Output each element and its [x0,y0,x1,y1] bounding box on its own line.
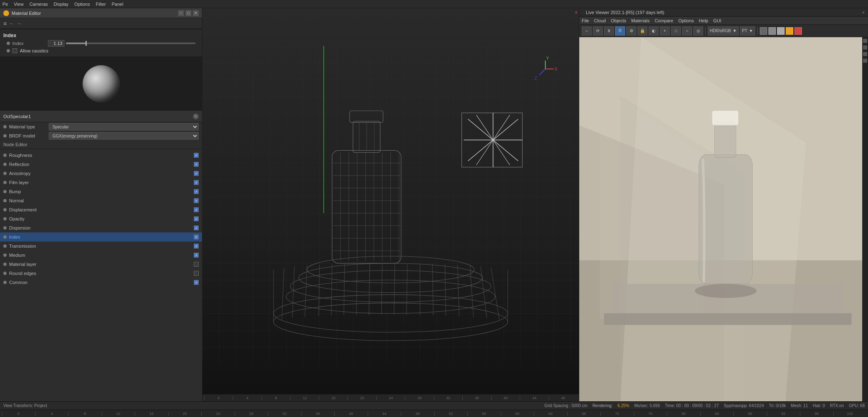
toolbar-circle-btn[interactable]: ○ [682,26,692,36]
menu-options-lv[interactable]: Options [678,18,694,23]
anisotropy-checkbox[interactable] [194,171,199,176]
opacity-label: Opacity [9,216,191,221]
transmission-checkbox[interactable] [194,244,199,249]
toolbar-rotate-btn[interactable]: ⟳ [593,26,603,36]
caustics-checkbox[interactable] [12,48,17,53]
film-layer-checkbox[interactable] [194,180,199,185]
reflection-checkbox[interactable] [194,162,199,167]
ruler-tick-16: 16 [319,396,347,400]
prop-material-layer: Material layer [0,260,202,269]
right-strip [862,37,868,401]
menu-cloud[interactable]: Cloud [594,18,606,23]
menu-display[interactable]: Display [54,2,69,7]
medium-dot [3,254,7,257]
toolbar-settings-btn[interactable]: ⚙ [626,26,636,36]
menu-compare[interactable]: Compare [654,18,673,23]
viewport-ruler: 0 4 8 12 16 20 24 28 32 36 40 44 48 [202,394,579,401]
color-swatch-orange[interactable] [786,27,793,35]
toolbar-sphere-btn[interactable]: ◐ [649,26,659,36]
minimize-button[interactable]: − [178,10,184,16]
toolbar-square-btn[interactable]: □ [671,26,681,36]
strip-icon-2[interactable] [863,45,867,50]
toolbar-move-btn[interactable]: ↔ [582,26,592,36]
round-edges-label: Round edges [9,271,191,276]
close-button[interactable]: × [193,10,199,16]
toolbar-lock-btn[interactable]: 🔒 [637,26,647,36]
index-slider-thumb [86,41,87,46]
material-layer-label: Material layer [9,262,191,267]
toolbar-plus-btn[interactable]: + [660,26,670,36]
color-swatch-1[interactable] [760,27,767,35]
strip-icon-1[interactable] [863,39,867,43]
color-swatch-3[interactable] [777,27,785,35]
live-viewer-close-button[interactable]: × [862,10,865,15]
color-swatch-red[interactable] [794,27,802,35]
displacement-dot [3,208,7,211]
prop-dispersion: Dispersion [0,223,202,232]
opacity-checkbox[interactable] [194,216,199,221]
transmission-label: Transmission [9,244,191,249]
edit-icon[interactable]: ✎ [193,114,199,119]
hamburger-icon[interactable]: ≡ [3,20,7,27]
svg-rect-68 [712,111,739,126]
dispersion-checkbox[interactable] [194,225,199,230]
hdr-mode-dropdown[interactable]: HDR/sRGB ▼ [708,26,739,36]
menu-panel[interactable]: Panel [112,2,123,7]
material-name-text[interactable]: OctSpecular1 [3,114,193,119]
viewport-area[interactable]: X Y Z × 0 4 8 12 16 20 24 28 32 36 40 [202,8,579,401]
material-type-select[interactable]: Specular [49,123,199,130]
strip-icon-4[interactable] [863,59,867,63]
normal-dot [3,199,7,202]
nav-forward-button[interactable]: → [17,21,21,26]
menu-filter[interactable]: Filter [96,2,106,7]
menu-pe[interactable]: Pe [2,2,8,7]
toolbar-separator-1 [705,27,706,35]
view-transform-label: View Transform: Project [3,403,47,408]
svg-rect-67 [715,122,736,157]
live-viewer-render[interactable]: Main DeMain Noise [579,37,868,401]
brdf-model-row: BRDF model GGX(energy preserving) [0,131,202,140]
node-editor-label[interactable]: Node Editor [3,141,27,148]
menu-view[interactable]: View [14,2,24,7]
svg-rect-66 [699,155,753,284]
common-checkbox[interactable] [194,280,199,285]
menu-gui[interactable]: GUI [713,18,721,23]
menu-options[interactable]: Options [74,2,90,7]
bottom-ruler-numbers: 0 4 8 12 16 20 24 28 32 36 40 44 48 52 5… [2,412,866,416]
ruler-tick-20: 20 [347,396,376,400]
prop-transmission: Transmission [0,242,202,251]
bump-checkbox[interactable] [194,189,199,194]
normal-checkbox[interactable] [194,198,199,203]
brule-84: 84 [700,412,734,416]
prop-opacity: Opacity [0,214,202,223]
medium-checkbox[interactable] [194,253,199,258]
brdf-model-select[interactable]: GGX(energy preserving) [49,132,199,140]
material-layer-checkbox[interactable] [194,262,199,267]
render-mode-dropdown[interactable]: PT ▼ [740,26,755,36]
roughness-checkbox[interactable] [194,153,199,158]
round-edges-checkbox[interactable] [194,271,199,276]
viewport-close-icon[interactable]: × [575,9,578,16]
menu-cameras[interactable]: Cameras [29,2,48,7]
svg-rect-70 [604,313,851,325]
index-slider[interactable] [66,43,195,44]
color-swatch-2[interactable] [768,27,776,35]
toolbar-target-btn[interactable]: ◎ [693,26,703,36]
menu-objects[interactable]: Objects [611,18,626,23]
index-value[interactable]: 1.13 [48,40,64,47]
menu-file[interactable]: File [582,18,589,23]
ruler-tick-8: 8 [262,396,290,400]
brule-24: 24 [201,412,235,416]
toolbar-pause-btn[interactable]: ⏸ [604,26,614,36]
menu-help[interactable]: Help [699,18,709,23]
strip-icon-3[interactable] [863,52,867,56]
index-list-checkbox[interactable] [194,235,199,239]
toolbar-render-btn[interactable]: R [615,26,625,36]
tri-label: Tri: 0/18k [769,403,786,408]
nav-back-button[interactable]: ← [9,21,14,26]
menu-materials[interactable]: Materials [631,18,650,23]
displacement-checkbox[interactable] [194,207,199,212]
maximize-button[interactable]: □ [185,10,191,16]
live-viewer-title: Live Viewer 2022.1-[R5] (197 days left) [586,10,859,15]
ruler-tick-32: 32 [434,396,462,400]
